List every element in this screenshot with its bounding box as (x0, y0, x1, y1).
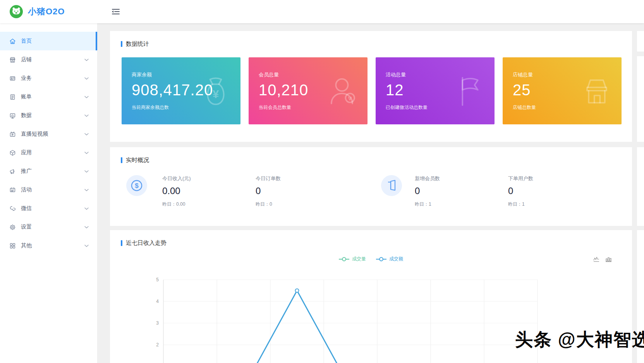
metric-yesterday: 昨日：1 (415, 201, 440, 208)
title-accent-bar (121, 157, 122, 163)
legend-label: 成交额 (389, 256, 403, 262)
sidebar-item-wechat[interactable]: 微信 (0, 199, 97, 218)
member-icon: v (323, 71, 362, 110)
stat-card-row: 商家余额 908,417.20 当前商家余额总数 ¥ 会员总量 10,210 当… (122, 57, 622, 124)
sidebar-item-other[interactable]: 其他 (0, 236, 97, 255)
line-chart-toggle-icon[interactable] (593, 256, 600, 262)
sidebar: 首页 店铺 业务 账单 数据 (0, 23, 98, 363)
chart-legend: 成交量 成交额 (110, 256, 632, 262)
other-icon (9, 243, 16, 249)
legend-item-amount[interactable]: 成交额 (376, 256, 403, 262)
metric-value: 0 (256, 186, 281, 196)
top-bar: 小猪O2O (0, 0, 644, 23)
svg-text:v: v (348, 95, 352, 102)
metric-value: 0.00 (162, 186, 191, 196)
store-icon (577, 71, 616, 110)
metric-label: 新增会员数 (415, 175, 440, 182)
sidebar-item-label: 首页 (21, 38, 32, 45)
section-title-text: 数据统计 (126, 40, 149, 48)
chevron-down-icon (84, 189, 89, 191)
metric-today-income: 今日收入(元) 0.00 昨日：0.00 (162, 175, 191, 208)
metric-label: 下单用户数 (508, 175, 533, 182)
sidebar-item-label: 数据 (21, 112, 32, 119)
chart-toolbox (593, 256, 612, 262)
pig-logo-icon (9, 5, 23, 19)
sidebar-item-label: 微信 (21, 205, 32, 212)
sidebar-item-live-video[interactable]: 直播短视频 (0, 125, 97, 143)
sidebar-item-business[interactable]: 业务 (0, 69, 97, 88)
legend-item-volume[interactable]: 成交量 (339, 256, 366, 262)
right-peek-block (637, 56, 644, 142)
stat-card-total-shops: 店铺总量 25 店铺总数量 (503, 57, 622, 124)
right-peek-block (637, 147, 644, 226)
chevron-down-icon (84, 207, 89, 210)
section-title-text: 实时概况 (126, 157, 149, 164)
sidebar-item-bill[interactable]: 账单 (0, 88, 97, 106)
money-bag-icon: ¥ (196, 71, 235, 110)
data-statistics-card: 数据统计 商家余额 908,417.20 当前商家余额总数 ¥ 会员总量 10,… (110, 31, 632, 142)
svg-text:5: 5 (156, 277, 159, 282)
chevron-down-icon (84, 58, 89, 61)
sidebar-item-promotion[interactable]: 推广 (0, 162, 97, 181)
legend-marker-icon (376, 257, 386, 261)
live-video-icon (9, 131, 16, 138)
flag-icon (450, 71, 489, 110)
metric-value: 0 (415, 186, 440, 196)
sidebar-item-apps[interactable]: 应用 (0, 143, 97, 162)
sidebar-item-home[interactable]: 首页 (0, 32, 97, 50)
stat-card-merchant-balance: 商家余额 908,417.20 当前商家余额总数 ¥ (122, 57, 240, 124)
sidebar-item-settings[interactable]: 设置 (0, 218, 97, 236)
collapse-sidebar-icon[interactable] (110, 6, 121, 17)
chevron-down-icon (84, 226, 89, 229)
bill-icon (9, 94, 16, 100)
svg-text:¥: ¥ (213, 88, 219, 100)
chevron-down-icon (84, 244, 89, 247)
svg-text:$: $ (135, 182, 139, 189)
home-icon (9, 38, 16, 45)
promotion-icon (9, 168, 16, 175)
sidebar-item-label: 业务 (21, 75, 32, 82)
door-icon (381, 175, 402, 196)
shop-icon (9, 57, 16, 63)
metric-yesterday: 昨日：0 (256, 201, 281, 208)
settings-icon (9, 224, 16, 231)
sidebar-item-label: 店铺 (21, 56, 32, 63)
section-title-text: 近七日收入走势 (126, 239, 167, 247)
chevron-down-icon (84, 114, 89, 117)
metric-yesterday: 昨日：1 (508, 201, 533, 208)
app-title: 小猪O2O (28, 6, 65, 17)
data-icon (9, 112, 16, 119)
wechat-icon (9, 205, 16, 212)
metric-label: 今日收入(元) (162, 175, 191, 182)
sidebar-item-data[interactable]: 数据 (0, 106, 97, 125)
dollar-circle-icon: $ (126, 175, 147, 196)
sidebar-menu: 首页 店铺 业务 账单 数据 (0, 32, 97, 255)
realtime-overview-card: 实时概况 $ 今日收入(元) 0.00 昨日：0.00 今日订单数 0 昨日：0… (110, 147, 632, 226)
section-title-realtime: 实时概况 (110, 147, 632, 164)
bar-chart-toggle-icon[interactable] (605, 256, 612, 262)
chevron-down-icon (84, 133, 89, 136)
sidebar-item-label: 其他 (21, 242, 32, 249)
section-title-stats: 数据统计 (110, 31, 632, 48)
sidebar-item-label: 应用 (21, 149, 32, 156)
sidebar-item-label: 设置 (21, 224, 32, 231)
section-title-trend: 近七日收入走势 (110, 230, 632, 247)
sidebar-item-activity[interactable]: 活动 (0, 181, 97, 199)
svg-text:3: 3 (156, 320, 159, 326)
chevron-down-icon (84, 96, 89, 98)
svg-text:2: 2 (156, 342, 159, 348)
watermark-text: 头条 @大神智选 (515, 328, 644, 352)
chevron-down-icon (84, 170, 89, 173)
sidebar-item-label: 账单 (21, 93, 32, 100)
metric-value: 0 (508, 186, 533, 196)
activity-icon (9, 187, 16, 193)
metric-label: 今日订单数 (256, 175, 281, 182)
chevron-down-icon (84, 77, 89, 80)
brand: 小猪O2O (9, 5, 65, 19)
sidebar-item-label: 推广 (21, 168, 32, 175)
sidebar-item-label: 活动 (21, 186, 32, 193)
stat-card-total-members: 会员总量 10,210 当前会员总数量 v (249, 57, 368, 124)
metric-new-members: 新增会员数 0 昨日：1 (415, 175, 440, 208)
sidebar-item-shop[interactable]: 店铺 (0, 50, 97, 69)
chevron-down-icon (84, 151, 89, 154)
